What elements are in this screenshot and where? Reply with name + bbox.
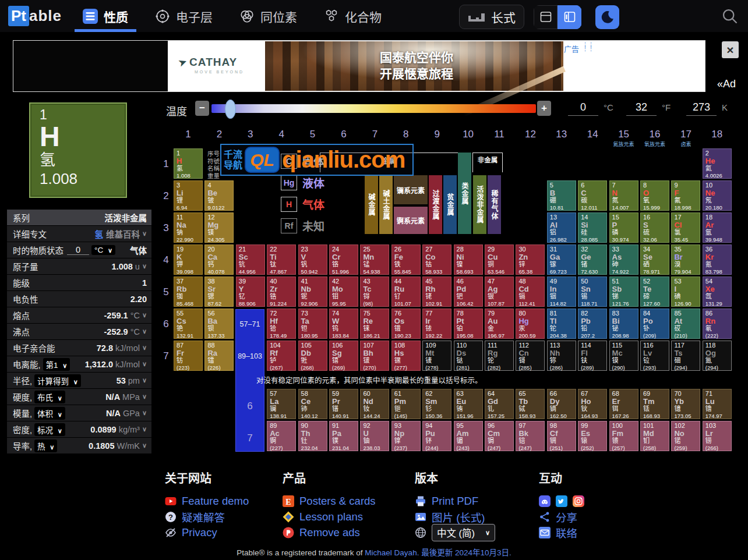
element-tile-Lu[interactable]: 71Lu镥174.97 [703, 389, 732, 419]
footer-link-privacy[interactable]: Privacy [165, 525, 249, 540]
temperature-slider-thumb[interactable] [225, 100, 236, 119]
footer-link-中文-简-[interactable]: 中文 (简)∨ [415, 525, 495, 540]
element-tile-K[interactable]: 19K钾39.098 [174, 244, 203, 275]
category-legend-met[interactable]: 类金属 [458, 153, 471, 234]
footer-link-联络[interactable]: 联络 [539, 525, 584, 540]
element-tile-At[interactable]: 85At砹(210) [671, 309, 700, 339]
category-legend-lan[interactable]: 镧系元素 [394, 175, 428, 204]
language-select[interactable]: 中文 (简)∨ [432, 524, 495, 541]
property-dropdown[interactable]: 计算得到 ∨ [34, 374, 81, 387]
category-legend-post[interactable]: 贫金属 [443, 175, 457, 234]
element-tile-N[interactable]: 7N氮14.007 [609, 180, 638, 211]
element-tile-Zr[interactable]: 40Zr锆91.224 [267, 277, 296, 307]
element-tile-Og[interactable]: 118Og鿫(294) [703, 341, 732, 371]
wide-form-button[interactable]: 长式 [459, 5, 524, 29]
element-tile-Ga[interactable]: 31Ga镓69.723 [547, 244, 576, 275]
tab-shells[interactable]: 电子层 [155, 0, 213, 32]
element-tile-Mn[interactable]: 25Mn锰54.938 [360, 244, 389, 275]
category-legend-rnm[interactable]: 活泼非金属 [473, 175, 486, 234]
property-row-13[interactable]: 模量,体积 ∨N/AGPa∨ [7, 405, 151, 421]
watermark-domain-link[interactable]: qianliu.com [282, 147, 405, 173]
element-tile-Nb[interactable]: 41Nb铌92.906 [298, 277, 327, 307]
element-tile-Cm[interactable]: 96Cm锔(247) [485, 421, 514, 451]
element-tile-Fe[interactable]: 26Fe铁55.845 [391, 244, 421, 275]
element-tile-Rb[interactable]: 37Rb铷85.468 [174, 277, 203, 307]
element-tile-Al[interactable]: 13Al铝26.982 [547, 212, 576, 243]
element-tile-Sr[interactable]: 38Sr锶87.62 [204, 277, 234, 307]
element-tile-Mc[interactable]: 115Mc镆(290) [609, 341, 638, 371]
footer-link-feature-demo[interactable]: Feature demo [165, 494, 249, 509]
property-dropdown[interactable]: 布氏 ∨ [34, 391, 65, 403]
element-tile-Mo[interactable]: 42Mo钼95.95 [329, 277, 358, 307]
element-tile-Yb[interactable]: 70Yb镱173.05 [671, 389, 700, 419]
property-row-7[interactable]: 熔点-259.1°C∨ [7, 307, 151, 324]
element-tile-F[interactable]: 9F氟18.998 [671, 180, 700, 211]
selected-element-tile[interactable]: 1 H 氢 1.008 [29, 102, 127, 198]
discord-icon[interactable] [539, 495, 551, 507]
property-row-10[interactable]: 电离能,第1 ∨1,312.0kJ/mol∨ [7, 356, 151, 373]
element-tile-Ca[interactable]: 20Ca钙40.078 [204, 244, 234, 275]
instagram-icon[interactable] [573, 495, 584, 507]
element-tile-I[interactable]: 53I碘126.90 [671, 277, 700, 307]
temperature-plus-button[interactable]: + [537, 101, 551, 116]
ad-collapse-button[interactable]: «Ad [717, 78, 736, 90]
ad-tag[interactable]: 广告 ⋮⋮⋮⋮ [564, 43, 594, 54]
element-tile-Ge[interactable]: 32Ge锗72.630 [578, 244, 607, 275]
element-tile-Na[interactable]: 11Na钠22.990 [174, 212, 203, 243]
copyright-author-link[interactable]: Michael Dayah. [365, 548, 419, 557]
element-tile-Ag[interactable]: 47Ag银107.87 [485, 277, 514, 307]
property-row-6[interactable]: 电负性2.20 [7, 291, 151, 307]
element-tile-Sc[interactable]: 21Sc钪44.956 [236, 244, 265, 275]
element-tile-S[interactable]: 16S硫32.06 [640, 212, 669, 243]
element-tile-Ac[interactable]: 89Ac锕(227) [267, 421, 296, 451]
element-tile-Cr[interactable]: 24Cr铬51.996 [329, 244, 358, 275]
element-tile-Cu[interactable]: 29Cu铜63.546 [485, 244, 514, 275]
element-tile-Ar[interactable]: 18Ar氩39.948 [703, 212, 732, 243]
footer-link-分享[interactable]: 分享 [539, 509, 584, 524]
footer-link-lesson-plans[interactable]: Lesson plans [283, 509, 376, 524]
footer-link-疑难解答[interactable]: ?疑难解答 [165, 509, 249, 524]
tab-properties[interactable]: 性质 [83, 0, 128, 32]
element-tile-Ni[interactable]: 28Ni镍58.693 [454, 244, 483, 275]
property-dropdown[interactable]: 标况 ∨ [34, 423, 65, 436]
category-legend-tm[interactable]: 过渡金属 [429, 175, 442, 234]
element-tile-Cl[interactable]: 17Cl氯35.45 [671, 212, 700, 243]
element-tile-Ru[interactable]: 44Ru钌101.07 [391, 277, 421, 307]
element-tile-Cd[interactable]: 48Cd镉112.41 [516, 277, 545, 307]
kelvin-input[interactable]: 273 [686, 101, 717, 116]
element-tile-Xe[interactable]: 54Xe氙131.29 [703, 277, 732, 307]
element-tile-Fr[interactable]: 87Fr钫(223) [174, 341, 203, 371]
property-row-15[interactable]: 导率,热 ∨0.1805W/mK∨ [7, 438, 151, 454]
property-row-8[interactable]: 沸点-252.9°C∨ [7, 324, 151, 340]
wikipedia-element-link[interactable]: 氢 [94, 230, 103, 239]
tab-isotopes[interactable]: 同位素 [239, 0, 297, 32]
property-row-3[interactable]: 时的物质状态0°C ∨气体 [7, 242, 151, 258]
element-tile-Sg[interactable]: 106Sg𬭳(269) [329, 341, 358, 371]
celsius-input[interactable]: 0 [568, 101, 598, 116]
element-tile-Bh[interactable]: 107Bh𬭛(270) [360, 341, 389, 371]
element-tile-Md[interactable]: 101Md钔(258) [640, 421, 669, 451]
element-tile-Be[interactable]: 4Be铍9.0122 [204, 180, 234, 211]
footer-link-图片-长式-[interactable]: 图片 (长式) [415, 509, 495, 524]
element-tile-Pm[interactable]: 61Pm钷(145) [391, 389, 421, 419]
element-tile-Er[interactable]: 68Er铒167.26 [609, 389, 638, 419]
element-tile-Ti[interactable]: 22Ti钛47.867 [267, 244, 296, 275]
element-tile-Rf[interactable]: 104Rf𬬻(267) [267, 341, 296, 371]
element-tile-Cs[interactable]: 55Cs铯132.91 [174, 309, 203, 339]
footer-link-posters-cards[interactable]: EPosters & cards [283, 494, 376, 509]
ptable-logo[interactable]: Pt able [8, 6, 62, 26]
element-tile-Y[interactable]: 39Y钇88.906 [236, 277, 265, 307]
element-tile-Os[interactable]: 76Os锇190.23 [391, 309, 421, 339]
footer-social-links[interactable] [539, 494, 584, 509]
category-legend-alk[interactable]: 碱金属 [365, 175, 378, 234]
element-tile-W[interactable]: 74W钨183.84 [329, 309, 358, 339]
element-tile-Po[interactable]: 84Po钋(209) [640, 309, 669, 339]
property-dropdown[interactable]: 热 ∨ [34, 440, 57, 452]
layout-top-button[interactable] [534, 5, 558, 29]
element-tile-Bi[interactable]: 83Bi铋208.98 [609, 309, 638, 339]
search-button[interactable] [721, 8, 739, 27]
element-tile-Sn[interactable]: 50Sn锡118.71 [578, 277, 607, 307]
element-tile-No[interactable]: 102No锘(259) [671, 421, 700, 451]
element-tile-Db[interactable]: 105Db𬭊(268) [298, 341, 327, 371]
element-tile-Pr[interactable]: 59Pr镨140.91 [329, 389, 358, 419]
